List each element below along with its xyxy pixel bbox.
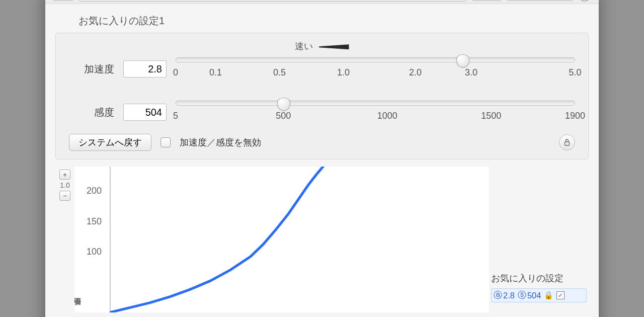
settings-group-box: 速い 加速度 00.10.51.02.03.05.0 感度 (55, 33, 589, 160)
reset-system-button[interactable]: システムへ戻す (69, 134, 151, 151)
acceleration-row: 加速度 00.10.51.02.03.05.0 (69, 56, 575, 82)
sensitivity-row: 感度 5500100015001900 (69, 100, 575, 125)
tick-label: 0 (173, 67, 178, 78)
y-axis-title: 移動量 → (72, 297, 82, 311)
settings-bottom-row: システムへ戻す 加速度／感度を無効 (69, 134, 575, 151)
favorite-sens-badge: ⓢ504 (518, 290, 541, 301)
lock-icon (563, 138, 571, 146)
zoom-controls: + 1.0 − (57, 167, 72, 312)
speed-hint-text: 速い (295, 41, 313, 51)
sensitivity-label: 感度 (69, 106, 114, 119)
tick-label: 1.0 (337, 67, 350, 78)
disable-checkbox-label: 加速度／感度を無効 (180, 136, 261, 148)
acceleration-thumb[interactable] (456, 54, 469, 67)
device-select[interactable]: Magic Mouse ▾ (78, 0, 467, 2)
acceleration-input[interactable] (123, 60, 167, 77)
y-tick-label: 200 (87, 186, 102, 196)
svg-rect-0 (565, 142, 570, 145)
top-toolbar: ON Magic Mouse ▾ 追加... デフォルトに... ? (45, 0, 599, 4)
help-button[interactable]: ? (578, 0, 592, 2)
content-area: お気に入りの設定1 速い 加速度 00.10.51.02.03.05.0 (45, 4, 599, 312)
zoom-level-label: 1.0 (60, 181, 69, 189)
favorite-accel-badge: ⓐ2.8 (494, 290, 515, 301)
toolbar-button-a[interactable]: 追加... (471, 0, 503, 1)
acceleration-slider[interactable]: 00.10.51.02.03.05.0 (176, 56, 575, 82)
favorite-lock-icon: 🔒 (544, 291, 553, 300)
acceleration-curve-chart: 移動量 → 100150200 (74, 167, 489, 312)
disable-checkbox[interactable] (160, 137, 171, 147)
acceleration-label: 加速度 (69, 62, 114, 76)
acceleration-ticks: 00.10.51.02.03.05.0 (176, 67, 575, 82)
lock-button[interactable] (559, 134, 575, 150)
group-title: お気に入りの設定1 (78, 14, 589, 28)
curve-svg (110, 167, 462, 312)
y-tick-label: 150 (87, 216, 102, 226)
sensitivity-thumb[interactable] (277, 98, 290, 111)
speed-hint-label: 速い (69, 40, 575, 52)
favorite-checkbox[interactable]: ✓ (556, 291, 565, 299)
tick-label: 500 (276, 111, 291, 121)
preferences-window: ON Magic Mouse ▾ 追加... デフォルトに... ? お気に入り… (45, 0, 599, 317)
on-toggle-button[interactable]: ON (52, 0, 74, 1)
sensitivity-slider[interactable]: 5500100015001900 (176, 100, 575, 125)
tick-label: 3.0 (465, 67, 477, 78)
tick-label: 1000 (377, 111, 397, 121)
zoom-out-button[interactable]: − (59, 191, 70, 201)
tick-label: 1900 (565, 111, 585, 121)
tick-label: 1500 (481, 111, 501, 121)
tick-label: 5.0 (569, 67, 581, 78)
curve-line (110, 167, 328, 312)
chart-area: + 1.0 − 移動量 → 100150200 お気に入りの設定 ⓐ2.8 ⓢ5… (55, 167, 589, 312)
tick-label: 5 (173, 111, 178, 121)
toolbar-button-b[interactable]: デフォルトに... (506, 0, 574, 1)
favorites-title: お気に入りの設定 (491, 272, 587, 284)
sensitivity-input[interactable] (123, 104, 167, 121)
favorite-row-1[interactable]: ⓐ2.8 ⓢ504 🔒 ✓ (491, 288, 587, 302)
y-tick-label: 100 (87, 247, 102, 257)
sensitivity-ticks: 5500100015001900 (176, 111, 575, 125)
speed-wedge-icon (319, 44, 349, 49)
favorites-panel: お気に入りの設定 ⓐ2.8 ⓢ504 🔒 ✓ (491, 167, 587, 312)
sensitivity-track (176, 101, 575, 106)
tick-label: 0.5 (273, 67, 286, 78)
acceleration-track (176, 57, 575, 62)
zoom-in-button[interactable]: + (59, 170, 70, 180)
tick-label: 2.0 (409, 67, 422, 78)
tick-label: 0.1 (209, 67, 222, 78)
